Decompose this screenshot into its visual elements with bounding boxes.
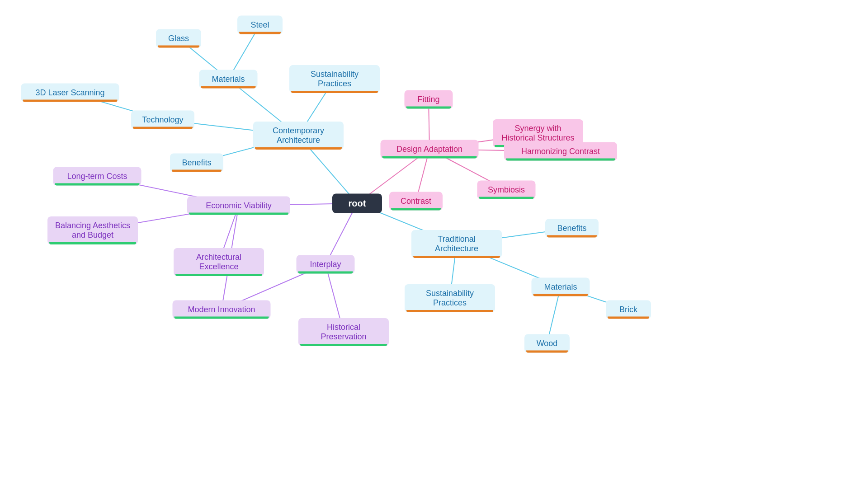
node-trad-arch[interactable]: Traditional Architecture [411,230,502,258]
node-materials-ta[interactable]: Materials [532,278,590,296]
node-steel[interactable]: Steel [237,16,283,34]
node-benefits-ca[interactable]: Benefits [170,154,223,172]
node-interplay[interactable]: Interplay [297,255,355,274]
node-sustainability-ca[interactable]: Sustainability Practices [289,65,380,93]
node-materials-ca[interactable]: Materials [199,70,258,89]
node-longterm[interactable]: Long-term Costs [53,167,142,186]
node-arch-excellence[interactable]: Architectural Excellence [174,248,264,276]
node-modern-innovation[interactable]: Modern Innovation [173,300,271,319]
node-historical-pres[interactable]: Historical Preservation [298,318,389,346]
node-design-adaptation[interactable]: Design Adaptation [381,140,479,159]
node-glass[interactable]: Glass [156,29,201,48]
node-brick[interactable]: Brick [606,300,651,319]
node-technology[interactable]: Technology [131,111,194,129]
node-root[interactable]: root [332,194,382,213]
node-laser[interactable]: 3D Laser Scanning [21,84,119,102]
node-contemporary[interactable]: Contemporary Architecture [253,122,344,150]
node-fitting[interactable]: Fitting [405,90,453,109]
mindmap-container: rootContemporary ArchitectureMaterialsGl… [0,0,868,488]
node-symbiosis[interactable]: Symbiosis [477,181,536,199]
node-wood[interactable]: Wood [524,334,570,353]
node-benefits-ta[interactable]: Benefits [545,219,599,238]
node-harmonizing[interactable]: Harmonizing Contrast [504,142,617,161]
node-economic[interactable]: Economic Viability [187,197,290,215]
node-contrast[interactable]: Contrast [389,192,443,211]
node-balancing[interactable]: Balancing Aesthetics and Budget [47,216,138,244]
node-sustainability-ta[interactable]: Sustainability Practices [405,284,495,312]
